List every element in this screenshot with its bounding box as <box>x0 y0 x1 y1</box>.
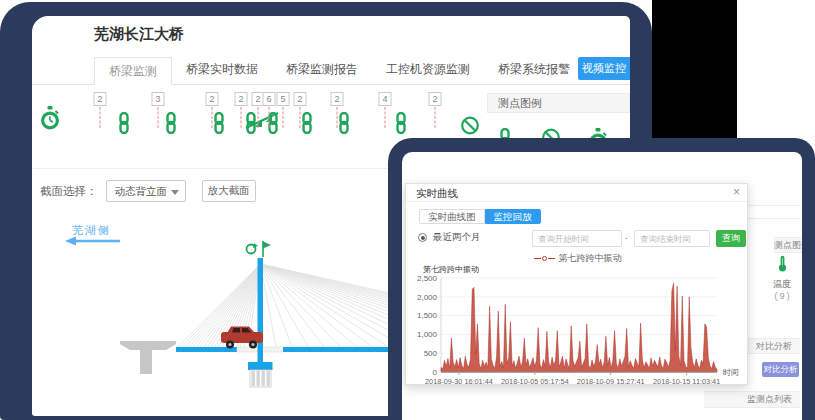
legend-marker-icon <box>548 258 555 259</box>
compare-analysis-button[interactable]: 对比分析 <box>762 362 799 377</box>
svg-text:2,500: 2,500 <box>417 274 438 283</box>
chain-sensor-icon[interactable] <box>213 112 226 134</box>
svg-text:0: 0 <box>433 368 438 377</box>
sidebar-legend-header: 测点图例 <box>774 237 802 253</box>
sensor-dashed-line <box>100 107 101 128</box>
direction-arrow-icon <box>65 237 120 246</box>
sensor-dashed-line <box>435 107 436 128</box>
radio-label: 最近两个月 <box>433 231 481 244</box>
svg-text:2018-10-15 11:03:41: 2018-10-15 11:03:41 <box>653 377 720 384</box>
legend-marker-icon <box>534 258 541 259</box>
thermometer-icon <box>777 258 788 275</box>
legend-panel-header: 测点图例 <box>487 93 630 113</box>
svg-text:2,000: 2,000 <box>417 293 438 302</box>
query-start-input[interactable] <box>532 230 622 247</box>
svg-text:2018-10-09 15:27:41: 2018-10-09 15:27:41 <box>577 377 645 384</box>
sensor-dashed-line <box>283 107 284 128</box>
legend-marker-icon <box>542 256 547 261</box>
dialog-tab-0[interactable]: 实时曲线图 <box>419 209 485 224</box>
section-dropdown[interactable]: 动态背立面 <box>106 180 186 202</box>
sidebar-divider <box>746 205 800 206</box>
svg-text:时间: 时间 <box>723 368 739 377</box>
vibration-chart: 第七跨跨中振动 05001,0001,5002,0002,5002018-09-… <box>409 262 746 384</box>
svg-text:1,500: 1,500 <box>417 311 438 320</box>
dialog-header: 实时曲线 × <box>406 184 747 202</box>
sensor-count-badge: 2 <box>235 92 248 106</box>
sensor-count-badge: 2 <box>294 92 307 106</box>
section-dropdown-value: 动态背立面 <box>115 185 168 197</box>
sidebar-divider <box>746 218 800 219</box>
sensor-dashed-line <box>241 107 242 128</box>
temperature-label: 温度 <box>762 278 802 291</box>
forbid-sensor-icon[interactable] <box>461 116 480 135</box>
sensor-count-badge: 5 <box>277 92 290 106</box>
dialog-tab-1[interactable]: 监控回放 <box>485 209 541 224</box>
sensor-count-badge: 2 <box>94 92 107 106</box>
radio-last-two-months[interactable] <box>418 233 427 242</box>
sidebar-temperature-item[interactable]: 温度 ( 9 ) <box>762 255 802 301</box>
sensor-count-badge: 2 <box>206 92 219 106</box>
section-select-label: 截面选择： <box>40 184 98 199</box>
sensor-dashed-line <box>158 107 159 128</box>
tower-top-sensor-icons <box>247 241 272 257</box>
sensor-count-badge: 6 <box>263 92 276 106</box>
radio-dot <box>421 236 425 240</box>
dialog-tabbar: 实时曲线图监控回放 <box>419 209 541 224</box>
modal-window: 测点图例 温度 ( 9 ) 对比分析 对比分析 监测点列表 实时曲线 × 实时曲… <box>402 152 802 420</box>
svg-text:2018-09-30 16:01:44: 2018-09-30 16:01:44 <box>425 377 493 384</box>
sensor-dashed-line <box>385 107 386 128</box>
sensor-dashed-line <box>258 107 259 128</box>
temperature-count: ( 9 ) <box>762 291 802 301</box>
sensor-count-badge: 2 <box>331 92 344 106</box>
svg-text:1,000: 1,000 <box>417 330 438 339</box>
date-separator: - <box>625 233 628 243</box>
dialog-title: 实时曲线 <box>416 187 458 201</box>
section-controls: 截面选择： 动态背立面 放大截面 <box>40 180 256 202</box>
chain-sensor-icon[interactable] <box>395 112 408 134</box>
query-end-input[interactable] <box>634 230 710 247</box>
sensor-count-badge: 2 <box>429 92 442 106</box>
svg-text:500: 500 <box>424 349 438 358</box>
modal-window-frame: 测点图例 温度 ( 9 ) 对比分析 对比分析 监测点列表 实时曲线 × 实时曲… <box>388 138 815 420</box>
sensor-count-badge: 3 <box>152 92 165 106</box>
svg-text:第七跨跨中振动: 第七跨跨中振动 <box>423 265 479 274</box>
realtime-curve-dialog: 实时曲线 × 实时曲线图监控回放 最近两个月 - 查询 第七跨跨中振动 <box>405 183 748 385</box>
chain-sensor-icon[interactable] <box>118 112 131 134</box>
background-black-region <box>652 0 737 140</box>
sensor-count-badge: 4 <box>379 92 392 106</box>
chain-sensor-icon[interactable] <box>338 112 351 134</box>
query-row: 最近两个月 - 查询 <box>406 230 749 248</box>
chain-sensor-icon[interactable] <box>301 112 314 134</box>
legend-panel-title: 测点图例 <box>498 97 542 109</box>
chevron-down-icon <box>171 190 179 195</box>
sensor-dashed-line <box>269 107 270 128</box>
svg-text:2018-10-05 05:17:54: 2018-10-05 05:17:54 <box>501 377 569 384</box>
query-submit-button[interactable]: 查询 <box>716 230 746 247</box>
stopwatch-sensor-icon[interactable] <box>39 106 61 132</box>
sidebar-point-list-header: 监测点列表 <box>704 391 800 408</box>
chain-sensor-icon[interactable] <box>165 112 178 134</box>
close-icon[interactable]: × <box>733 185 740 199</box>
screenshot-canvas: 芜湖长江大桥 桥梁监测桥梁实时数据桥梁监测报告工控机资源监测桥梁系统报警 视频监… <box>0 0 815 420</box>
zoom-section-button[interactable]: 放大截面 <box>202 180 256 202</box>
